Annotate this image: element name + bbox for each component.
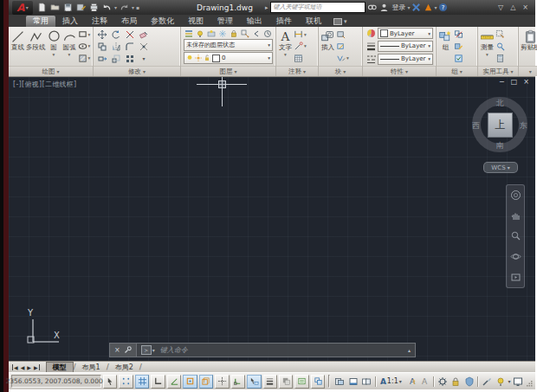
lineweight-dropdown[interactable]: ByLayer ▾ — [378, 41, 433, 52]
workspace-switching-button[interactable] — [437, 376, 449, 388]
edit-attributes-button[interactable]: ▾ — [336, 53, 349, 63]
explode-button[interactable] — [137, 41, 151, 53]
autodesk360-icon[interactable] — [422, 2, 434, 13]
clean-screen-button[interactable] — [512, 376, 524, 388]
measure-button[interactable]: 测量 ▾ — [480, 28, 495, 65]
ribbon-tab-home[interactable]: 常用 — [26, 16, 55, 27]
hardware-acceleration-button[interactable] — [463, 376, 476, 388]
dimension-button[interactable]: ▾ — [294, 29, 307, 40]
wrench-icon[interactable] — [124, 346, 132, 354]
drawing-close-button[interactable]: × — [523, 78, 529, 86]
toggle-infer-constraints[interactable] — [103, 375, 117, 389]
tab-layout1[interactable]: 布局1 — [76, 363, 107, 372]
layer-state-icon[interactable] — [262, 29, 273, 38]
panel-label-layers[interactable]: 图层▾ — [181, 66, 275, 76]
toggle-grid-display[interactable] — [135, 375, 149, 389]
auto-annotation-scale-button[interactable]: A — [418, 376, 430, 388]
lineweight-icon[interactable] — [366, 42, 376, 51]
table-button[interactable] — [294, 53, 307, 63]
ribbon-tab-plugins[interactable]: 插件 — [269, 16, 299, 27]
panel-label-clipboard[interactable]: ▾ — [519, 66, 537, 76]
ribbon-tab-view[interactable]: 视图 — [181, 16, 210, 27]
trim-button[interactable] — [123, 29, 137, 41]
layer-lock-icon[interactable] — [229, 29, 239, 38]
infocenter-toggle-icon[interactable]: ▸ — [265, 4, 268, 11]
panel-label-modify[interactable]: 修改▾ — [94, 66, 180, 76]
chevron-down-icon[interactable]: ▾ — [152, 347, 155, 353]
layer-dropdown[interactable]: 0 ▾ — [184, 52, 273, 64]
paste-button[interactable]: 剪贴板 — [521, 28, 537, 65]
create-block-button[interactable] — [336, 29, 349, 40]
layer-isolate-icon[interactable] — [206, 29, 217, 38]
ribbon-tab-manage[interactable]: 管理 — [210, 16, 240, 27]
array-button[interactable] — [123, 53, 137, 65]
tab-model[interactable]: 模型 — [46, 362, 74, 372]
text-button[interactable]: A 文字 ▾ — [278, 28, 293, 65]
undo-button[interactable] — [101, 2, 113, 13]
panel-label-block[interactable]: 块▾ — [319, 66, 362, 76]
tab-layout2[interactable]: 布局2 — [109, 363, 139, 372]
ribbon-tab-insert[interactable]: 插入 — [55, 16, 85, 27]
navigation-wheel-icon[interactable] — [510, 190, 521, 201]
object-color-dropdown[interactable]: ByLayer ▾ — [378, 28, 433, 39]
toggle-dynamic-input[interactable] — [247, 375, 261, 389]
command-close-button[interactable]: × — [114, 346, 120, 354]
redo-button[interactable] — [119, 2, 130, 13]
leader-button[interactable]: ▾ — [294, 41, 307, 51]
command-history-toggle[interactable]: ▴ — [408, 347, 411, 353]
performance-tuner-button[interactable] — [481, 376, 493, 388]
panel-label-annotation[interactable]: 注释▾ — [276, 66, 318, 76]
command-line[interactable]: × > ▾ 键入命令 ▴ — [109, 343, 416, 357]
sign-in-link[interactable]: 登录 — [391, 3, 405, 12]
fillet-button[interactable] — [123, 41, 137, 53]
layout-first-button[interactable]: ◀ — [12, 364, 18, 370]
insert-block-button[interactable]: 插入 — [320, 28, 335, 65]
quick-select-button[interactable] — [495, 29, 505, 40]
search-icon[interactable] — [366, 2, 378, 13]
quick-calc-button[interactable] — [495, 53, 505, 63]
isolate-objects-button[interactable] — [495, 376, 507, 388]
rotate-button[interactable] — [109, 29, 123, 41]
ribbon-tab-annotate[interactable]: 注释 — [85, 16, 114, 27]
line-button[interactable]: 直线 — [10, 28, 25, 65]
plot-button[interactable] — [88, 2, 100, 13]
layout-last-button[interactable]: ▶ — [34, 364, 40, 370]
ribbon-tab-output[interactable]: 输出 — [240, 16, 269, 27]
viewcube-north-label[interactable]: 北 — [471, 98, 528, 109]
save-button[interactable] — [62, 2, 74, 13]
layer-prev-icon[interactable] — [251, 29, 262, 38]
arc-button[interactable]: 圆弧 ▾ — [62, 28, 77, 65]
viewcube-east-label[interactable]: 东 — [520, 120, 527, 132]
ribbon-tab-layout[interactable]: 布局 — [114, 16, 144, 27]
array-dropdown-icon[interactable]: ▾ — [137, 53, 151, 65]
panel-label-properties[interactable]: 特性▾ — [363, 66, 436, 76]
panel-label-draw[interactable]: 绘图▾ — [9, 66, 93, 76]
exchange-apps-icon[interactable] — [410, 2, 422, 13]
erase-button[interactable] — [137, 29, 151, 41]
pan-icon[interactable] — [510, 210, 521, 222]
viewcube-west-label[interactable]: 西 — [472, 120, 480, 132]
save-as-button[interactable] — [75, 2, 87, 13]
toggle-polar-tracking[interactable] — [167, 375, 181, 389]
stretch-button[interactable] — [95, 53, 109, 65]
rectangle-button[interactable]: ▾ — [78, 29, 91, 40]
command-input[interactable]: 键入命令 — [160, 345, 188, 355]
layer-match-icon[interactable] — [240, 29, 250, 38]
drawing-canvas[interactable]: [-][俯视][二维线框] − □ × 北 西 东 南 上 WCS ▾ — [9, 77, 535, 361]
help-icon[interactable]: ? — [437, 2, 449, 13]
drawing-minimize-button[interactable]: − — [499, 78, 505, 86]
toggle-quick-properties[interactable] — [294, 375, 308, 389]
viewcube-south-label[interactable]: 南 — [471, 140, 528, 151]
user-icon[interactable] — [378, 2, 390, 13]
ribbon-minimize-button[interactable]: ▾ — [333, 18, 347, 27]
layer-freeze-icon[interactable] — [217, 29, 228, 38]
color-wheel-icon[interactable] — [366, 29, 376, 38]
zoom-icon[interactable] — [510, 230, 521, 241]
orbit-icon[interactable] — [510, 251, 521, 262]
showmotion-icon[interactable] — [510, 272, 521, 283]
linetype-dropdown[interactable]: ByLayer ▾ — [378, 54, 433, 65]
ui-lock-button[interactable] — [450, 376, 462, 388]
annotation-visibility-button[interactable]: A — [405, 376, 417, 388]
window-maximize-button[interactable]: △ — [510, 3, 515, 11]
layer-off-icon[interactable] — [195, 29, 205, 38]
